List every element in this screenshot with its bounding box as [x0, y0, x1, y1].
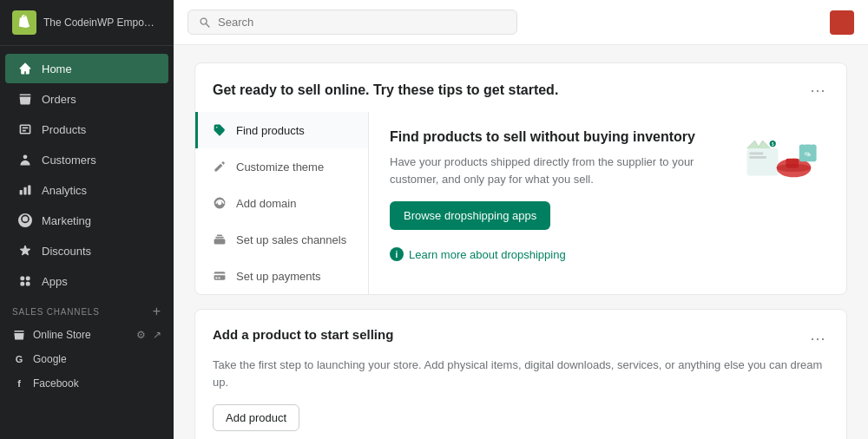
discounts-icon	[17, 243, 33, 259]
online-store-view-icon[interactable]: ↗	[153, 329, 161, 341]
search-icon	[199, 16, 211, 29]
tips-more-button[interactable]: ⋯	[806, 79, 829, 102]
tip-detail-content: Find products to sell without buying inv…	[390, 129, 825, 230]
sidebar: The CodeinWP Empori... Home Orders Produ…	[0, 0, 174, 439]
svg-rect-1	[749, 153, 763, 155]
tips-card-header: Get ready to sell online. Try these tips…	[195, 63, 846, 112]
main-content: Get ready to sell online. Try these tips…	[174, 0, 868, 439]
online-store-label: Online Store	[33, 329, 91, 341]
store-name: The CodeinWP Empori...	[43, 16, 156, 29]
customers-icon	[17, 152, 33, 167]
tip-customize-theme-label: Customize theme	[236, 161, 324, 174]
sales-channels-section-title: SALES CHANNELS +	[0, 297, 174, 323]
topbar-right	[830, 10, 854, 35]
sidebar-item-orders-label: Orders	[42, 93, 76, 106]
learn-more-label: Learn more about dropshipping	[409, 248, 566, 261]
sidebar-item-orders[interactable]: Orders	[5, 84, 168, 114]
analytics-icon	[17, 182, 33, 198]
sidebar-item-analytics[interactable]: Analytics	[5, 175, 168, 205]
sidebar-item-marketing-label: Marketing	[42, 214, 91, 227]
topbar	[174, 0, 868, 45]
tip-item-payments[interactable]: Set up payments	[195, 258, 368, 294]
sidebar-item-products-label: Products	[42, 123, 86, 136]
tip-payments-label: Set up payments	[236, 270, 321, 283]
add-product-title: Add a product to start selling	[213, 327, 393, 342]
add-product-header: Add a product to start selling ⋯	[213, 327, 829, 350]
sidebar-item-customers[interactable]: Customers	[5, 145, 168, 174]
tips-card-title: Get ready to sell online. Try these tips…	[213, 82, 558, 98]
sidebar-item-apps-label: Apps	[42, 275, 68, 288]
tips-list: Find products Customize theme Add domain	[195, 112, 369, 294]
google-label: Google	[33, 353, 67, 365]
tip-detail: Find products to sell without buying inv…	[369, 112, 846, 294]
tip-item-sales-channels[interactable]: Set up sales channels	[195, 221, 368, 258]
sidebar-item-products[interactable]: Products	[5, 115, 168, 144]
channels-icon	[212, 232, 227, 247]
tips-layout: Find products Customize theme Add domain	[195, 112, 846, 294]
tip-item-find-products[interactable]: Find products	[195, 112, 368, 148]
svg-point-5	[777, 164, 812, 172]
apps-icon	[17, 273, 33, 289]
card-icon	[212, 268, 227, 284]
orders-icon	[17, 91, 33, 107]
online-store-settings-icon[interactable]: ⚙	[136, 329, 146, 341]
marketing-icon	[17, 213, 33, 228]
tip-detail-title: Find products to sell without buying inv…	[390, 129, 725, 145]
brush-icon	[212, 159, 227, 174]
sidebar-item-marketing[interactable]: Marketing	[5, 206, 168, 235]
sidebar-item-home-label: Home	[42, 62, 72, 75]
add-product-button[interactable]: Add product	[213, 404, 299, 431]
tip-detail-text: Find products to sell without buying inv…	[390, 129, 725, 230]
google-icon: G	[12, 352, 26, 366]
tip-detail-description: Have your products shipped directly from…	[390, 154, 725, 187]
add-product-card: Add a product to start selling ⋯ Take th…	[194, 309, 847, 439]
search-input[interactable]	[218, 16, 506, 29]
browse-dropshipping-button[interactable]: Browse dropshipping apps	[390, 201, 550, 230]
tip-sales-channels-label: Set up sales channels	[236, 233, 346, 246]
sidebar-header: The CodeinWP Empori...	[0, 0, 174, 46]
products-icon	[17, 121, 33, 137]
globe-icon	[212, 195, 227, 211]
sidebar-item-home[interactable]: Home	[5, 54, 168, 83]
sidebar-item-customers-label: Customers	[42, 154, 96, 167]
add-sales-channel-icon[interactable]: +	[153, 304, 161, 319]
sidebar-item-analytics-label: Analytics	[42, 184, 87, 197]
svg-rect-2	[749, 156, 766, 159]
tip-add-domain-label: Add domain	[236, 197, 296, 210]
facebook-icon: f	[12, 377, 26, 390]
sales-channel-google[interactable]: G Google	[0, 347, 174, 371]
add-product-more-button[interactable]: ⋯	[806, 327, 829, 350]
sidebar-item-discounts-label: Discounts	[42, 245, 91, 258]
avatar	[830, 10, 854, 35]
tips-card: Get ready to sell online. Try these tips…	[194, 62, 847, 295]
facebook-label: Facebook	[33, 377, 79, 390]
online-store-icon	[12, 328, 26, 342]
search-box[interactable]	[187, 10, 517, 35]
sales-channel-facebook[interactable]: f Facebook	[0, 371, 174, 396]
shopify-logo	[12, 10, 36, 35]
svg-text:🛍: 🛍	[805, 150, 811, 158]
tip-item-add-domain[interactable]: Add domain	[195, 185, 368, 221]
tip-item-customize-theme[interactable]: Customize theme	[195, 148, 368, 185]
info-icon: i	[390, 247, 404, 261]
tag-icon	[212, 122, 227, 138]
home-icon	[17, 61, 33, 76]
sales-channel-online-store[interactable]: Online Store ⚙ ↗	[0, 323, 174, 347]
tip-illustration: $ 🛍	[739, 129, 825, 230]
tip-find-products-label: Find products	[236, 124, 305, 137]
add-product-description: Take the first step to launching your st…	[213, 357, 829, 390]
sidebar-item-discounts[interactable]: Discounts	[5, 236, 168, 265]
online-store-actions: ⚙ ↗	[136, 329, 161, 341]
content-area: Get ready to sell online. Try these tips…	[174, 45, 868, 439]
sidebar-item-apps[interactable]: Apps	[5, 266, 168, 296]
sidebar-nav: Home Orders Products Customers Analytics	[0, 46, 174, 439]
learn-more-link[interactable]: i Learn more about dropshipping	[390, 247, 825, 261]
